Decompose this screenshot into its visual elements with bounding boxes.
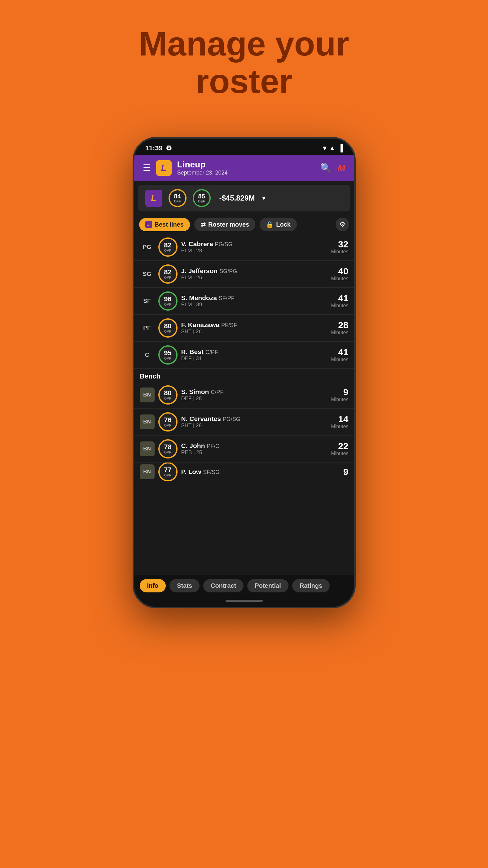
player-name-text: S. Simon	[181, 388, 209, 395]
player-name-text: N. Cervantes	[181, 415, 221, 422]
starters-list: PG 82 OVR V. Cabrera PG/SG PLM | 28 32 M…	[134, 234, 354, 369]
best-lines-logo: L	[145, 221, 152, 228]
bench-section-header: Bench	[134, 369, 354, 382]
ovr-circle: 82 OVR	[158, 238, 177, 257]
lock-button[interactable]: 🔒 Lock	[260, 218, 297, 231]
tab-ratings[interactable]: Ratings	[292, 579, 330, 592]
headline-line2: roster	[196, 62, 292, 100]
wifi-icon: ▾	[323, 144, 326, 152]
profile-button[interactable]: M	[338, 163, 346, 173]
player-info: V. Cabrera PG/SG PLM | 28	[181, 240, 327, 254]
ovr-circle: 95 OVR	[158, 345, 177, 365]
header-subtitle: September 23, 2024	[177, 169, 228, 176]
player-position-detail: C/PF	[205, 349, 218, 355]
player-meta: SHT | 28	[181, 423, 327, 429]
home-bar	[226, 600, 263, 602]
player-meta: SHT | 26	[181, 329, 327, 335]
player-meta: PLM | 26	[181, 275, 327, 281]
app-body: L 84 OFF 85 DEF -$45.829M ▾ L Best lines…	[134, 181, 354, 607]
player-info: S. Simon C/PF DEF | 28	[181, 388, 327, 402]
player-info: P. Low SF/SG	[181, 468, 339, 475]
settings-icon: ⚙	[166, 144, 172, 152]
phone-shell: 11:39 ⚙ ▾ ▲ ▐ ☰ L Lineup September 23, 2…	[133, 137, 356, 608]
defense-rating-circle: 85 DEF	[193, 189, 211, 207]
app-header: ☰ L Lineup September 23, 2024 🔍 M	[134, 155, 354, 181]
team-stats-bar: L 84 OFF 85 DEF -$45.829M ▾	[138, 185, 351, 211]
headline-line1: Manage your	[139, 25, 349, 63]
player-minutes: 14 Minutes	[331, 414, 348, 429]
status-bar: 11:39 ⚙ ▾ ▲ ▐	[134, 138, 354, 155]
team-balance: -$45.829M	[219, 194, 255, 203]
bench-position-label: BN	[140, 414, 155, 429]
player-name-text: S. Mendoza	[181, 294, 217, 301]
player-meta: PLM | 39	[181, 302, 327, 308]
position-label: PF	[140, 324, 155, 331]
page-headline: Manage your roster	[139, 25, 349, 100]
player-name-text: C. John	[181, 442, 205, 449]
player-name-text: R. Best	[181, 348, 203, 355]
starter-row-2[interactable]: SF 96 OVR S. Mendoza SF/PF PLM | 39 41 M…	[134, 288, 354, 315]
signal-icon: ▲	[329, 144, 335, 152]
player-info: R. Best C/PF DEF | 31	[181, 348, 327, 362]
team-logo-header: L	[156, 160, 172, 176]
player-info: C. John PF/C REB | 25	[181, 442, 327, 456]
starter-row-0[interactable]: PG 82 OVR V. Cabrera PG/SG PLM | 28 32 M…	[134, 234, 354, 261]
player-position-detail: SG/PG	[219, 268, 237, 274]
offense-rating-circle: 84 OFF	[168, 189, 187, 207]
header-title: Lineup	[177, 160, 228, 169]
player-meta: REB | 25	[181, 450, 327, 456]
ovr-circle: 82 OVR	[158, 265, 177, 284]
player-name-text: V. Cabrera	[181, 240, 213, 247]
bench-row-1[interactable]: BN 76 OVR N. Cervantes PG/SG SHT | 28 14…	[134, 409, 354, 436]
tab-stats[interactable]: Stats	[169, 579, 199, 592]
player-position-detail: PG/SG	[223, 416, 240, 422]
bench-row-2[interactable]: BN 78 OVR C. John PF/C REB | 25 22 Minut…	[134, 436, 354, 463]
player-name-text: P. Low	[181, 468, 201, 475]
starter-row-1[interactable]: SG 82 OVR J. Jefferson SG/PG PLM | 26 40…	[134, 261, 354, 288]
position-label: PG	[140, 244, 155, 250]
roster-moves-button[interactable]: ⇄ Roster moves	[194, 218, 255, 231]
player-list: PG 82 OVR V. Cabrera PG/SG PLM | 28 32 M…	[134, 234, 354, 575]
tab-potential[interactable]: Potential	[247, 579, 288, 592]
ovr-circle: 76 OVR	[158, 412, 177, 432]
menu-button[interactable]: ☰	[143, 163, 151, 173]
bench-position-label: BN	[140, 441, 155, 456]
player-position-detail: SF/PF	[219, 295, 234, 301]
player-info: J. Jefferson SG/PG PLM | 26	[181, 267, 327, 281]
best-lines-button[interactable]: L Best lines	[139, 218, 190, 231]
team-logo-small: L	[145, 190, 162, 207]
bottom-tab-bar: Info Stats Contract Potential Ratings	[134, 575, 354, 597]
bench-position-label: BN	[140, 388, 155, 402]
player-meta: DEF | 31	[181, 355, 327, 362]
starter-row-3[interactable]: PF 80 OVR F. Kanazawa PF/SF SHT | 26 28 …	[134, 315, 354, 342]
starter-row-4[interactable]: C 95 OVR R. Best C/PF DEF | 31 41 Minute…	[134, 342, 354, 369]
player-minutes: 22 Minutes	[331, 441, 348, 456]
player-position-detail: C/PF	[211, 389, 223, 395]
player-meta: DEF | 28	[181, 396, 327, 402]
search-button[interactable]: 🔍	[320, 162, 331, 173]
player-info: N. Cervantes PG/SG SHT | 28	[181, 415, 327, 429]
tab-contract[interactable]: Contract	[203, 579, 243, 592]
player-position-detail: PF/C	[207, 443, 219, 449]
player-minutes: 28 Minutes	[331, 320, 348, 335]
bench-position-label: BN	[140, 464, 155, 479]
settings-button[interactable]: ⚙	[335, 218, 349, 231]
battery-icon: ▐	[338, 144, 343, 152]
ovr-circle: 80 OVR	[158, 318, 177, 338]
expand-icon[interactable]: ▾	[262, 194, 265, 202]
swap-icon: ⇄	[200, 221, 206, 228]
time-display: 11:39	[145, 144, 163, 152]
player-minutes: 9	[343, 467, 349, 476]
player-minutes: 32 Minutes	[331, 240, 348, 254]
home-indicator	[134, 597, 354, 607]
ovr-circle: 77 OVR	[158, 463, 177, 481]
ovr-circle: 78 OVR	[158, 439, 177, 459]
player-position-detail: PG/SG	[215, 241, 232, 247]
header-title-block: Lineup September 23, 2024	[177, 160, 228, 176]
bench-row-0[interactable]: BN 80 OVR S. Simon C/PF DEF | 28 9 Minut…	[134, 382, 354, 409]
bench-row-3[interactable]: BN 77 OVR P. Low SF/SG 9	[134, 463, 354, 481]
player-minutes: 9 Minutes	[331, 388, 348, 402]
ovr-circle: 96 OVR	[158, 291, 177, 311]
tab-info[interactable]: Info	[140, 579, 166, 592]
player-position-detail: PF/SF	[221, 322, 237, 328]
